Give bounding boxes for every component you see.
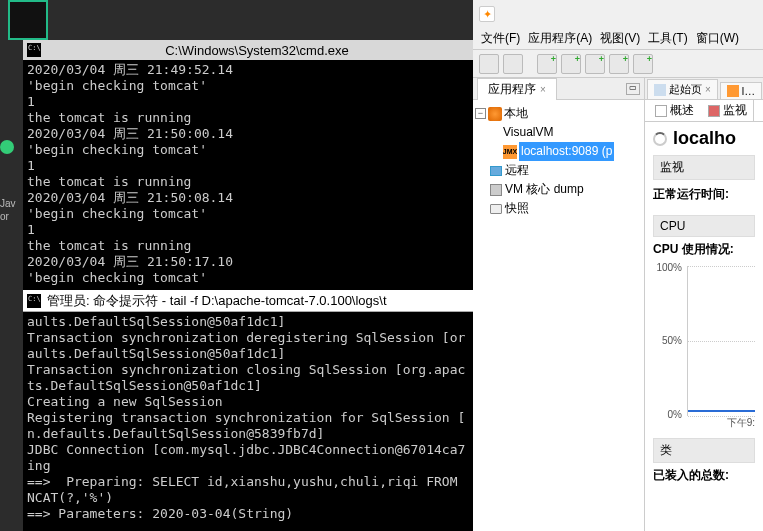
content-panel: 起始页 × l… 概述 监视: [645, 78, 763, 531]
terminal-output[interactable]: aults.DefaultSqlSession@50af1dc1] Transa…: [23, 312, 473, 524]
tree-label: 快照: [505, 199, 529, 218]
cpu-usage-chart: 100% 50% 0% 下午9:: [687, 266, 755, 416]
close-icon[interactable]: ×: [540, 84, 546, 95]
chart-xtick: 下午9:: [727, 416, 755, 430]
tree-label: localhost:9089 (p: [519, 142, 614, 161]
toolbar-add-snapshot-icon[interactable]: [633, 54, 653, 74]
window-titlebar[interactable]: C:\Windows\System32\cmd.exe: [23, 40, 473, 60]
desktop-icon: [0, 140, 14, 154]
tree-label: 远程: [505, 161, 529, 180]
subtab-label: 监视: [723, 102, 747, 119]
visualvm-window[interactable]: ✦ 文件(F) 应用程序(A) 视图(V) 工具(T) 窗口(W) 应用程序 ×…: [473, 0, 763, 531]
loaded-classes-label: 已装入的总数:: [653, 463, 755, 488]
section-monitor-header: 监视: [653, 155, 755, 180]
tree-node-coredump[interactable]: VM 核心 dump: [475, 180, 642, 199]
cmd-window-2[interactable]: 管理员: 命令提示符 - tail -f D:\apache-tomcat-7.…: [23, 290, 473, 531]
visualvm-app-icon: ✦: [479, 6, 495, 22]
tab-label: 起始页: [669, 82, 702, 97]
toolbar-add-remote-icon[interactable]: [561, 54, 581, 74]
jmx-icon: JMX: [503, 145, 517, 159]
subtab-monitor[interactable]: 监视: [702, 100, 754, 121]
subtab-overview[interactable]: 概述: [649, 100, 700, 121]
window-titlebar[interactable]: 管理员: 命令提示符 - tail -f D:\apache-tomcat-7.…: [23, 290, 473, 312]
tree-label: VM 核心 dump: [505, 180, 584, 199]
chart-ytick: 50%: [662, 335, 686, 346]
tree-label: VisualVM: [503, 123, 553, 142]
chart-gridline: [688, 341, 755, 342]
cmd-window-1[interactable]: C:\Windows\System32\cmd.exe 2020/03/04 周…: [23, 40, 473, 290]
desktop-label: Jav: [0, 198, 16, 209]
toolbar-add-local-icon[interactable]: [537, 54, 557, 74]
content-tabbar: 起始页 × l…: [645, 78, 763, 100]
close-icon[interactable]: ×: [705, 84, 711, 95]
desktop-label: or: [0, 211, 9, 222]
menu-file[interactable]: 文件(F): [481, 30, 520, 47]
tree-label: 本地: [504, 104, 528, 123]
panel-tabbar: 应用程序 × ▭: [473, 78, 644, 100]
coredump-icon: [489, 183, 503, 197]
remote-icon: [489, 164, 503, 178]
monitor-content: localho 监视 正常运行时间: CPU CPU 使用情况: 100% 50…: [645, 122, 763, 531]
tree-node-jmx-selected[interactable]: JMX localhost:9089 (p: [475, 142, 642, 161]
menu-view[interactable]: 视图(V): [600, 30, 640, 47]
toolbar-add-dump-icon[interactable]: [609, 54, 629, 74]
toolbar-save-icon[interactable]: [503, 54, 523, 74]
menu-tools[interactable]: 工具(T): [648, 30, 687, 47]
application-tree[interactable]: − 本地 ✦ VisualVM JMX localhost:9089 (p 远程: [473, 100, 644, 222]
cmd-icon: [27, 43, 41, 57]
loading-spinner-icon: [653, 132, 667, 146]
toolbar-add-jmx-icon[interactable]: [585, 54, 605, 74]
window-header[interactable]: ✦: [473, 0, 763, 28]
terminal-output[interactable]: 2020/03/04 周三 21:49:52.14 'begin checkin…: [23, 60, 473, 288]
subtab-bar: 概述 监视: [645, 100, 763, 122]
tree-node-visualvm[interactable]: ✦ VisualVM: [475, 123, 642, 142]
menu-bar[interactable]: 文件(F) 应用程序(A) 视图(V) 工具(T) 窗口(W): [473, 28, 763, 50]
cmd-icon: [27, 294, 41, 308]
menu-applications[interactable]: 应用程序(A): [528, 30, 592, 47]
minimize-panel-icon[interactable]: ▭: [626, 83, 640, 95]
menu-window[interactable]: 窗口(W): [696, 30, 739, 47]
tree-node-snapshot[interactable]: 快照: [475, 199, 642, 218]
window-title: 管理员: 命令提示符 - tail -f D:\apache-tomcat-7.…: [47, 292, 387, 310]
monitor-icon: [708, 105, 720, 117]
jmx-icon: [727, 85, 739, 97]
toolbar: [473, 50, 763, 78]
uptime-label: 正常运行时间:: [653, 180, 755, 209]
overview-icon: [655, 105, 667, 117]
cpu-usage-label: CPU 使用情况:: [653, 237, 755, 262]
toolbar-open-icon[interactable]: [479, 54, 499, 74]
chart-series-cpu: [688, 410, 755, 412]
tab-startpage[interactable]: 起始页 ×: [647, 79, 718, 99]
title-text: localho: [673, 128, 736, 149]
tab-applications[interactable]: 应用程序 ×: [477, 78, 557, 100]
tree-collapse-icon[interactable]: −: [475, 108, 486, 119]
section-cpu-header: CPU: [653, 215, 755, 237]
page-title: localho: [653, 128, 755, 149]
window-title: C:\Windows\System32\cmd.exe: [45, 43, 469, 58]
chart-gridline: [688, 266, 755, 267]
desktop-icon: [8, 0, 48, 40]
tab-label: 应用程序: [488, 81, 536, 98]
snapshot-icon: [489, 202, 503, 216]
subtab-label: 概述: [670, 102, 694, 119]
tab-label: l…: [742, 85, 755, 97]
tree-node-local[interactable]: − 本地: [475, 104, 642, 123]
tab-jmx-connection[interactable]: l…: [720, 82, 762, 99]
chart-ytick: 0%: [668, 409, 686, 420]
chart-ytick: 100%: [656, 262, 686, 273]
applications-panel: 应用程序 × ▭ − 本地 ✦ VisualVM JMX localhost:9…: [473, 78, 645, 531]
section-class-header: 类: [653, 438, 755, 463]
startpage-icon: [654, 84, 666, 96]
host-icon: [488, 107, 502, 121]
tree-node-remote[interactable]: 远程: [475, 161, 642, 180]
